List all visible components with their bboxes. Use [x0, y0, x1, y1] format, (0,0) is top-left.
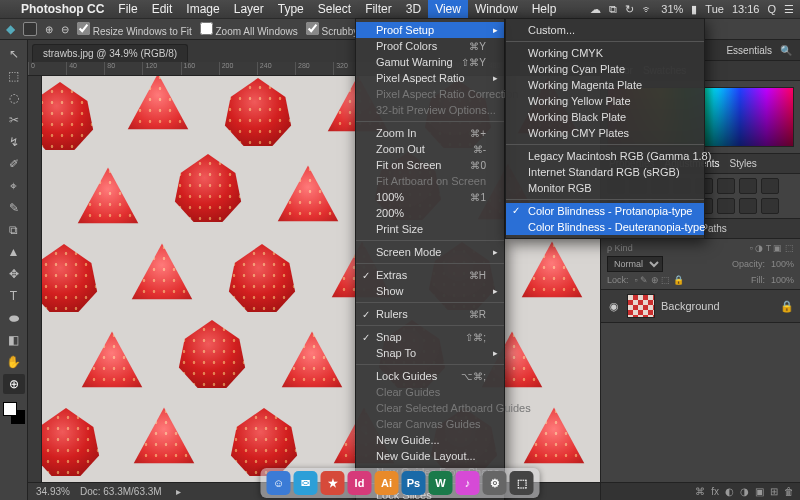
- menuitem-working-yellow-plate[interactable]: Working Yellow Plate: [506, 93, 704, 109]
- dock-app[interactable]: ♪: [456, 471, 480, 495]
- dock-app[interactable]: ✉: [294, 471, 318, 495]
- tool-0[interactable]: ↖: [3, 44, 25, 64]
- tool-14[interactable]: ✋: [3, 352, 25, 372]
- menuitem-proof-setup[interactable]: Proof Setup: [356, 22, 504, 38]
- menu-3d[interactable]: 3D: [399, 0, 428, 18]
- blend-mode-select[interactable]: Normal: [607, 256, 663, 272]
- menuitem-rulers[interactable]: Rulers⌘R: [356, 306, 504, 322]
- menuitem-color-blindness-protanopia-type[interactable]: Color Blindness - Protanopia-type: [506, 203, 704, 219]
- status-docsize[interactable]: Doc: 63.3M/63.3M: [80, 486, 162, 497]
- menuitem-working-cmy-plates[interactable]: Working CMY Plates: [506, 125, 704, 141]
- dock-app[interactable]: Ps: [402, 471, 426, 495]
- tool-1[interactable]: ⬚: [3, 66, 25, 86]
- group-icon[interactable]: ▣: [755, 486, 764, 497]
- tool-8[interactable]: ⧉: [3, 220, 25, 240]
- battery-icon[interactable]: ▮: [691, 3, 697, 16]
- tool-4[interactable]: ↯: [3, 132, 25, 152]
- notifications-icon[interactable]: ☰: [784, 3, 794, 16]
- ruler-vertical[interactable]: [28, 76, 42, 482]
- menuitem-zoom-out[interactable]: Zoom Out⌘-: [356, 141, 504, 157]
- menuitem-100-[interactable]: 100%⌘1: [356, 189, 504, 205]
- menu-type[interactable]: Type: [271, 0, 311, 18]
- menuitem-screen-mode[interactable]: Screen Mode: [356, 244, 504, 260]
- menuitem-snap-to[interactable]: Snap To: [356, 345, 504, 361]
- dock-app[interactable]: W: [429, 471, 453, 495]
- zoom-tool-icon[interactable]: [23, 22, 37, 36]
- dock-app[interactable]: Id: [348, 471, 372, 495]
- menu-select[interactable]: Select: [311, 0, 358, 18]
- menu-edit[interactable]: Edit: [145, 0, 180, 18]
- menuitem-internet-standard-rgb-srgb-[interactable]: Internet Standard RGB (sRGB): [506, 164, 704, 180]
- menuitem-200-[interactable]: 200%: [356, 205, 504, 221]
- menuitem-print-size[interactable]: Print Size: [356, 221, 504, 237]
- menuitem-show[interactable]: Show: [356, 283, 504, 299]
- menuitem-gamut-warning[interactable]: Gamut Warning⇧⌘Y: [356, 54, 504, 70]
- dock-app[interactable]: ⚙: [483, 471, 507, 495]
- status-zoom[interactable]: 34.93%: [36, 486, 70, 497]
- tool-2[interactable]: ◌: [3, 88, 25, 108]
- spotlight-icon[interactable]: Q: [767, 3, 776, 15]
- tool-3[interactable]: ✂: [3, 110, 25, 130]
- menuitem-new-guide-layout-[interactable]: New Guide Layout...: [356, 448, 504, 464]
- layer-thumbnail[interactable]: [627, 294, 655, 318]
- zoom-all-checkbox[interactable]: Zoom All Windows: [200, 22, 298, 37]
- tab-styles[interactable]: Styles: [730, 158, 757, 169]
- link-icon[interactable]: ⌘: [695, 486, 705, 497]
- tool-11[interactable]: T: [3, 286, 25, 306]
- mask-icon[interactable]: ◐: [725, 486, 734, 497]
- ps-home-icon[interactable]: ◆: [6, 22, 15, 36]
- fill-adj-icon[interactable]: ◑: [740, 486, 749, 497]
- menu-filter[interactable]: Filter: [358, 0, 399, 18]
- menu-view[interactable]: View: [428, 0, 468, 18]
- tool-12[interactable]: ⬬: [3, 308, 25, 328]
- menuitem-custom-[interactable]: Custom...: [506, 22, 704, 38]
- fx-icon[interactable]: fx: [711, 486, 719, 497]
- tool-9[interactable]: ▲: [3, 242, 25, 262]
- menuitem-working-cyan-plate[interactable]: Working Cyan Plate: [506, 61, 704, 77]
- foreground-background-swatch[interactable]: [3, 402, 25, 424]
- tool-13[interactable]: ◧: [3, 330, 25, 350]
- menuitem-working-black-plate[interactable]: Working Black Plate: [506, 109, 704, 125]
- dock-app[interactable]: Ai: [375, 471, 399, 495]
- zoom-out-icon[interactable]: ⊖: [61, 24, 69, 35]
- tool-15[interactable]: ⊕: [3, 374, 25, 394]
- new-layer-icon[interactable]: ⊞: [770, 486, 778, 497]
- zoom-in-icon[interactable]: ⊕: [45, 24, 53, 35]
- menuitem-monitor-rgb[interactable]: Monitor RGB: [506, 180, 704, 196]
- document-tab[interactable]: strawbs.jpg @ 34.9% (RGB/8): [32, 44, 188, 62]
- menu-layer[interactable]: Layer: [227, 0, 271, 18]
- menuitem-snap[interactable]: Snap⇧⌘;: [356, 329, 504, 345]
- wifi-icon[interactable]: ᯤ: [642, 3, 653, 15]
- visibility-icon[interactable]: ◉: [607, 300, 621, 313]
- menuitem-working-cmyk[interactable]: Working CMYK: [506, 45, 704, 61]
- menuitem-lock-guides[interactable]: Lock Guides⌥⌘;: [356, 368, 504, 384]
- menuitem-working-magenta-plate[interactable]: Working Magenta Plate: [506, 77, 704, 93]
- tool-6[interactable]: ⌖: [3, 176, 25, 196]
- dock-app[interactable]: ★: [321, 471, 345, 495]
- menu-window[interactable]: Window: [468, 0, 525, 18]
- menu-image[interactable]: Image: [179, 0, 226, 18]
- dock-app[interactable]: ⬚: [510, 471, 534, 495]
- menuitem-pixel-aspect-ratio[interactable]: Pixel Aspect Ratio: [356, 70, 504, 86]
- layer-name[interactable]: Background: [661, 300, 720, 312]
- trash-icon[interactable]: 🗑: [784, 486, 794, 497]
- menubar-app[interactable]: Photoshop CC: [14, 0, 111, 18]
- layer-row[interactable]: ◉ Background 🔒: [601, 289, 800, 323]
- menuitem-zoom-in[interactable]: Zoom In⌘+: [356, 125, 504, 141]
- tool-7[interactable]: ✎: [3, 198, 25, 218]
- menuitem-new-guide-[interactable]: New Guide...: [356, 432, 504, 448]
- sync-icon[interactable]: ↻: [625, 3, 634, 16]
- cloud-icon[interactable]: ☁: [590, 3, 601, 16]
- menuitem-fit-on-screen[interactable]: Fit on Screen⌘0: [356, 157, 504, 173]
- dock-app[interactable]: ☺: [267, 471, 291, 495]
- menu-help[interactable]: Help: [525, 0, 564, 18]
- menuitem-proof-colors[interactable]: Proof Colors⌘Y: [356, 38, 504, 54]
- tool-10[interactable]: ✥: [3, 264, 25, 284]
- menuitem-extras[interactable]: Extras⌘H: [356, 267, 504, 283]
- menuitem-color-blindness-deuteranopia-type[interactable]: Color Blindness - Deuteranopia-type: [506, 219, 704, 235]
- menu-file[interactable]: File: [111, 0, 144, 18]
- resize-windows-checkbox[interactable]: Resize Windows to Fit: [77, 22, 192, 37]
- tool-5[interactable]: ✐: [3, 154, 25, 174]
- menuitem-legacy-macintosh-rgb-gamma-1-8-[interactable]: Legacy Macintosh RGB (Gamma 1.8): [506, 148, 704, 164]
- dropbox-icon[interactable]: ⧉: [609, 3, 617, 16]
